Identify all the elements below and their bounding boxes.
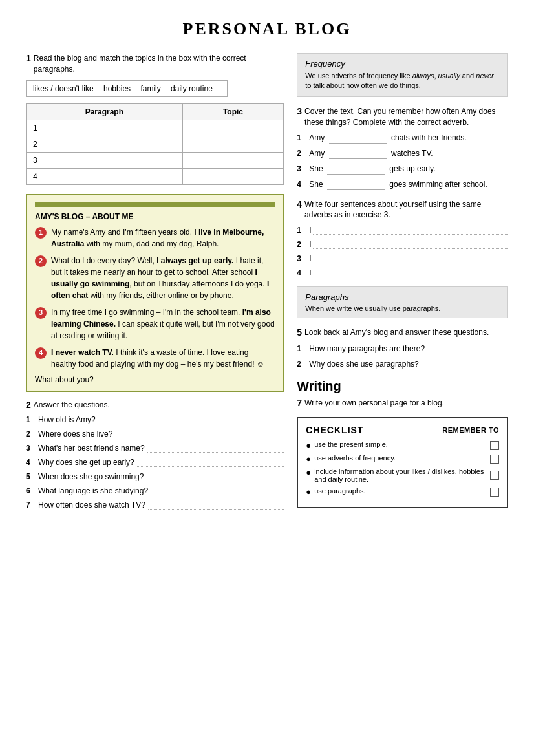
frequency-box: Frequency We use adverbs of frequency li… — [297, 53, 508, 97]
blog-num-4: 4 — [35, 347, 47, 359]
blog-num-3: 3 — [35, 307, 47, 319]
exercise-row-2: 2 Amy watches TV. — [297, 148, 508, 159]
blog-para-3: 3 In my free time I go swimming – I'm in… — [35, 307, 275, 341]
blog-text-1: My name's Amy and I'm fifteen years old.… — [51, 226, 275, 250]
checklist-remember: REMEMBER TO — [442, 426, 499, 434]
section5-instruction: Look back at Amy's blog and answer these… — [304, 327, 489, 338]
section2: 2 Answer the questions. 1 How old is Amy… — [26, 400, 284, 510]
frequency-text: We use adverbs of frequency like always,… — [305, 71, 500, 91]
checklist-box: CHECKLIST REMEMBER TO ● use the present … — [297, 417, 508, 508]
topic-daily: daily routine — [171, 84, 213, 93]
answer-row-1: 1 How old is Amy? — [26, 415, 284, 424]
writing-title: Writing — [297, 379, 508, 394]
checklist-row-1: ● use the present simple. — [306, 440, 499, 450]
exercise-row-1: 1 Amy chats with her friends. — [297, 133, 508, 144]
frequency-title: Frequency — [305, 59, 500, 69]
answer-row-2: 2 Where does she live? — [26, 429, 284, 438]
answer-row-7: 7 How often does she watch TV? — [26, 501, 284, 510]
checklist-checkbox-4[interactable] — [490, 488, 499, 497]
paragraphs-text: When we write we usually use paragraphs. — [305, 305, 500, 312]
paragraphs-title: Paragraphs — [305, 292, 500, 302]
writing-section: Writing 7 Write your own personal page f… — [297, 379, 508, 409]
checklist-title: CHECKLIST — [306, 425, 363, 435]
blog-title: AMY'S BLOG – ABOUT ME — [35, 212, 275, 221]
section3-number: 3 — [297, 106, 302, 116]
exercise-row-4: 4 She goes swimming after school. — [297, 179, 508, 190]
section1-number: 1 — [26, 53, 31, 63]
table-row: 2 — [27, 136, 284, 152]
checklist-item-2: use adverbs of frequency. — [314, 454, 396, 462]
blog-text-3: In my free time I go swimming – I'm in t… — [51, 307, 275, 341]
section5-q1: 1 How many paragraphs are there? — [297, 343, 508, 354]
section2-instruction: Answer the questions. — [34, 400, 110, 411]
exercise-row-3: 3 She gets up early. — [297, 164, 508, 175]
checklist-header: CHECKLIST REMEMBER TO — [306, 425, 499, 435]
checklist-row-2: ● use adverbs of frequency. — [306, 454, 499, 464]
answer-row-5: 5 When does she go swimming? — [26, 472, 284, 481]
topic-family: family — [140, 84, 160, 93]
section1-instruction: Read the blog and match the topics in th… — [34, 53, 284, 75]
section3-instruction: Cover the text. Can you remember how oft… — [304, 106, 508, 128]
page-title: PERSONAL BLOG — [26, 19, 508, 39]
section5-number: 5 — [297, 327, 302, 338]
topic-likes: likes / doesn't like — [33, 84, 94, 93]
topic-hobbies: hobbies — [103, 84, 131, 93]
section5: 5 Look back at Amy's blog and answer the… — [297, 327, 508, 369]
blog-text-4: I never watch TV. I think it's a waste o… — [51, 347, 275, 370]
section4-instruction: Write four sentences about yourself usin… — [304, 199, 508, 221]
checklist-item-3: include information about your likes / d… — [314, 468, 490, 483]
write-row-3: 3 I — [297, 254, 508, 263]
blog-para-4: 4 I never watch TV. I think it's a waste… — [35, 347, 275, 370]
checklist-checkbox-1[interactable] — [490, 441, 499, 450]
checklist-row-3: ● include information about your likes /… — [306, 468, 499, 483]
col-topic: Topic — [182, 103, 284, 120]
section3: 3 Cover the text. Can you remember how o… — [297, 106, 508, 190]
blog-text-2: What do I do every day? Well, I always g… — [51, 255, 275, 301]
table-row: 1 — [27, 120, 284, 136]
answer-row-6: 6 What language is she studying? — [26, 486, 284, 495]
section4-number: 4 — [297, 199, 302, 210]
checklist-checkbox-3[interactable] — [490, 471, 499, 480]
write-row-4: 4 I — [297, 268, 508, 277]
section7-instruction: Write your own personal page for a blog. — [304, 398, 444, 409]
answer-row-4: 4 Why does she get up early? — [26, 458, 284, 467]
write-row-1: 1 I — [297, 226, 508, 235]
col-paragraph: Paragraph — [27, 103, 183, 120]
checklist-checkbox-2[interactable] — [490, 455, 499, 464]
checklist-row-4: ● use paragraphs. — [306, 487, 499, 497]
checklist-item-4: use paragraphs. — [314, 487, 366, 495]
section7-number: 7 — [297, 398, 302, 408]
topics-box: likes / doesn't like hobbies family dail… — [26, 80, 228, 97]
write-row-2: 2 I — [297, 240, 508, 249]
section2-number: 2 — [26, 400, 31, 410]
paragraph-table: Paragraph Topic 1 2 3 4 — [26, 103, 284, 185]
blog-para-2: 2 What do I do every day? Well, I always… — [35, 255, 275, 301]
table-row: 3 — [27, 152, 284, 168]
blog-footer: What about you? — [35, 375, 275, 384]
checklist-item-1: use the present simple. — [314, 440, 388, 448]
section4: 4 Write four sentences about yourself us… — [297, 199, 508, 278]
table-row: 4 — [27, 168, 284, 184]
section5-q2: 2 Why does she use paragraphs? — [297, 359, 508, 370]
blog-para-1: 1 My name's Amy and I'm fifteen years ol… — [35, 226, 275, 250]
answer-row-3: 3 What's her best friend's name? — [26, 444, 284, 453]
blog-header-bar — [35, 202, 275, 207]
blog-box: AMY'S BLOG – ABOUT ME 1 My name's Amy an… — [26, 194, 284, 392]
blog-num-2: 2 — [35, 255, 47, 267]
blog-num-1: 1 — [35, 227, 47, 239]
paragraphs-box: Paragraphs When we write we usually use … — [297, 286, 508, 318]
